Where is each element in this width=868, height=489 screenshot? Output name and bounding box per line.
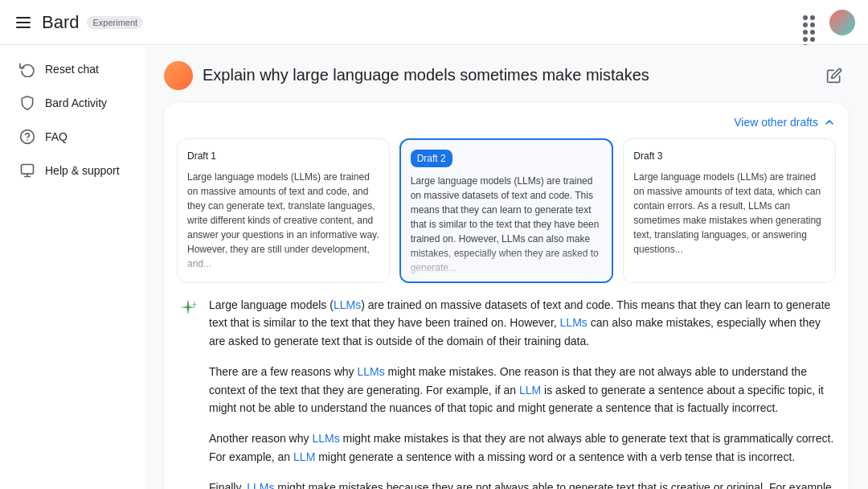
sidebar-label-reset: Reset chat [45, 63, 99, 76]
response-card: View other drafts Draft 1 Large language… [164, 103, 849, 489]
chevron-up-icon [823, 116, 836, 129]
experiment-badge: Experiment [87, 16, 143, 29]
topbar-left: Bard Experiment [13, 12, 143, 33]
sidebar-item-bard-activity[interactable]: Bard Activity [6, 87, 138, 119]
draft-card-2[interactable]: Draft 2 Large language models (LLMs) are… [399, 138, 614, 283]
draft-2-label: Draft 2 [411, 150, 452, 167]
draft-2-fade [401, 249, 612, 281]
sidebar-item-help[interactable]: Help & support [6, 154, 138, 187]
draft-3-text: Large language models (LLMs) are trained… [633, 170, 825, 257]
draft-1-label: Draft 1 [187, 149, 379, 163]
response-body: Large language models (LLMs) are trained… [209, 296, 836, 489]
sidebar-item-faq[interactable]: FAQ [6, 121, 138, 153]
user-avatar[interactable] [829, 10, 855, 35]
hamburger-menu[interactable] [13, 14, 34, 31]
bard-response-row: Large language models (LLMs) are trained… [177, 296, 836, 489]
activity-icon [19, 95, 35, 111]
apps-icon[interactable] [800, 13, 820, 32]
topbar-right [800, 10, 855, 35]
sidebar-label-help: Help & support [45, 164, 120, 177]
question-text: Explain why large language models someti… [203, 61, 810, 84]
drafts-container: Draft 1 Large language models (LLMs) are… [177, 138, 836, 283]
user-avatar-small [164, 61, 193, 90]
bard-star-icon [177, 298, 199, 320]
app-title: Bard [42, 12, 79, 33]
response-para-1: Large language models (LLMs) are trained… [209, 296, 836, 350]
question-row: Explain why large language models someti… [164, 61, 849, 90]
sidebar-item-reset-chat[interactable]: Reset chat [6, 53, 138, 85]
view-other-drafts-label: View other drafts [734, 116, 818, 129]
draft-card-1[interactable]: Draft 1 Large language models (LLMs) are… [177, 138, 390, 283]
main-content: Explain why large language models someti… [145, 45, 868, 489]
help-icon [19, 162, 35, 179]
response-para-4: Finally, LLMs might make mistakes becaus… [209, 479, 836, 489]
response-para-2: There are a few reasons why LLMs might m… [209, 363, 836, 417]
draft-3-label: Draft 3 [633, 149, 825, 163]
reset-icon [19, 61, 35, 77]
draft-1-fade [178, 250, 389, 282]
response-para-3: Another reason why LLMs might make mista… [209, 429, 836, 466]
sidebar-label-activity: Bard Activity [45, 97, 107, 109]
draft-card-3[interactable]: Draft 3 Large language models (LLMs) are… [623, 138, 836, 283]
edit-icon[interactable] [820, 61, 849, 90]
sidebar-label-faq: FAQ [45, 130, 68, 143]
faq-icon [19, 129, 35, 145]
topbar: Bard Experiment [0, 0, 868, 45]
draft-3-fade [624, 250, 835, 282]
drafts-header[interactable]: View other drafts [177, 116, 836, 129]
sidebar: Reset chat Bard Activity FAQ [0, 45, 145, 489]
svg-rect-2 [22, 165, 34, 175]
layout: Reset chat Bard Activity FAQ [0, 45, 868, 489]
